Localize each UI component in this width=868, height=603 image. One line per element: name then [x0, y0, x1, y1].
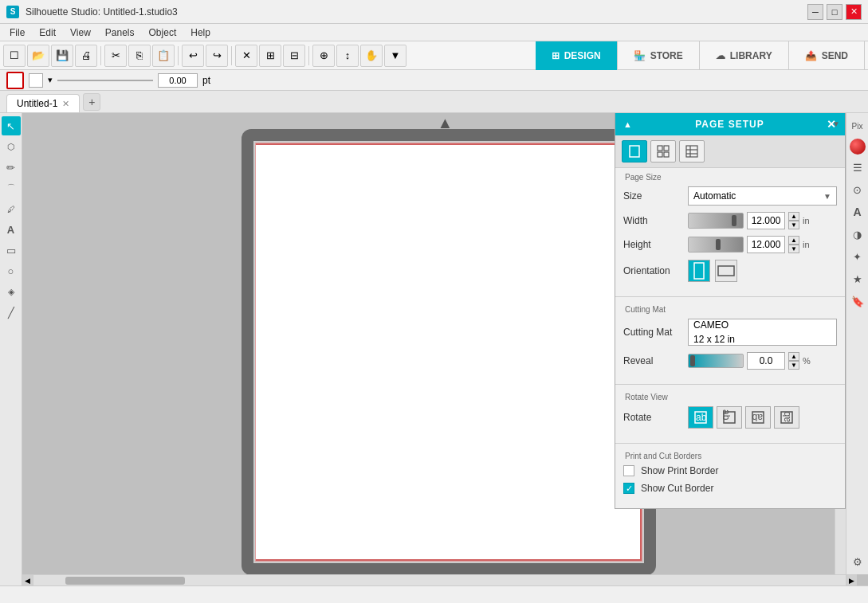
- nav-library[interactable]: ☁ LIBRARY: [700, 41, 789, 70]
- stroke-value-input[interactable]: 0.00: [158, 73, 198, 88]
- node-tool[interactable]: ⬡: [2, 137, 21, 156]
- print-button[interactable]: 🖨: [75, 45, 97, 67]
- add-tab-button[interactable]: +: [83, 93, 100, 111]
- minimize-button[interactable]: ─: [807, 4, 823, 20]
- new-button[interactable]: ☐: [3, 45, 26, 67]
- page-tab-advanced[interactable]: [679, 140, 705, 162]
- design-canvas[interactable]: [253, 141, 644, 563]
- bookmark-tool[interactable]: 🔖: [848, 292, 867, 311]
- paste-button[interactable]: 📋: [152, 45, 175, 67]
- landscape-button[interactable]: [715, 260, 737, 282]
- svg-rect-3: [658, 152, 662, 157]
- panel-collapse-icon[interactable]: ▲: [623, 119, 633, 129]
- effects-tool[interactable]: ★: [848, 269, 867, 288]
- pencil-tool[interactable]: 🖊: [2, 199, 21, 218]
- fill-swatch[interactable]: [29, 73, 43, 88]
- eraser-tool[interactable]: ◈: [2, 282, 21, 301]
- cutting-mat-dropdown[interactable]: CAMEO 12 x 12 in ▼: [688, 319, 837, 346]
- reveal-input[interactable]: 0.0: [747, 352, 785, 370]
- rotate-270-button[interactable]: ab: [774, 406, 799, 429]
- menu-edit[interactable]: Edit: [33, 25, 62, 40]
- stroke-tool[interactable]: ✦: [848, 247, 867, 266]
- delete-button[interactable]: ✕: [235, 45, 257, 67]
- fill-tool[interactable]: ◑: [848, 225, 867, 244]
- panels-tool[interactable]: ☰: [848, 158, 867, 177]
- size-dropdown[interactable]: Automatic ▼: [688, 186, 837, 206]
- show-print-border-label[interactable]: Show Print Border: [641, 465, 718, 476]
- app-icon: S: [6, 6, 19, 18]
- ellipse-tool[interactable]: ○: [2, 261, 21, 280]
- doc-tab-close[interactable]: ✕: [62, 99, 69, 109]
- width-input[interactable]: 12.000: [747, 212, 785, 229]
- rotate-180-button[interactable]: ab: [745, 406, 771, 429]
- nav-design[interactable]: ⊞ DESIGN: [536, 41, 618, 70]
- ungroup-button[interactable]: ⊟: [283, 45, 305, 67]
- show-cut-border-checkbox[interactable]: ✓: [623, 483, 634, 494]
- menu-view[interactable]: View: [64, 25, 97, 40]
- transform-button[interactable]: ⊕: [312, 45, 335, 67]
- rotate-0-button[interactable]: ab: [688, 406, 713, 429]
- rotate-90-button[interactable]: ab: [717, 406, 742, 429]
- stroke-color-btn[interactable]: [6, 72, 24, 89]
- pan-button[interactable]: ✋: [360, 45, 383, 67]
- height-slider[interactable]: [688, 237, 744, 253]
- menu-panels[interactable]: Panels: [99, 25, 141, 40]
- save-button[interactable]: 💾: [51, 45, 73, 67]
- page-tab-page[interactable]: [622, 140, 647, 162]
- title-bar: S Silhouette Studio: Untitled-1.studio3 …: [0, 0, 868, 24]
- status-bar: [0, 585, 868, 603]
- show-print-border-checkbox[interactable]: [623, 465, 634, 476]
- reveal-slider[interactable]: [688, 354, 744, 368]
- settings-tool[interactable]: ⚙: [848, 552, 867, 571]
- maximize-button[interactable]: □: [827, 4, 842, 20]
- h-scroll-left[interactable]: ◀: [22, 575, 33, 586]
- more-button[interactable]: ▼: [384, 45, 407, 67]
- height-input[interactable]: 12.000: [747, 236, 785, 253]
- draw-tool[interactable]: ✏: [2, 158, 21, 177]
- height-up[interactable]: ▲: [788, 236, 799, 245]
- color-tool[interactable]: [850, 139, 866, 155]
- doc-tab-untitled[interactable]: Untitled-1 ✕: [6, 94, 80, 112]
- menu-help[interactable]: Help: [184, 25, 217, 40]
- orientation-row: Orientation: [623, 260, 837, 282]
- window-controls[interactable]: ─ □ ✕: [807, 4, 862, 20]
- copy-button[interactable]: ⎘: [128, 45, 151, 67]
- nav-send[interactable]: 📤 SEND: [789, 41, 865, 70]
- show-cut-border-label[interactable]: Show Cut Border: [641, 483, 713, 494]
- portrait-button[interactable]: [688, 260, 710, 282]
- open-button[interactable]: 📂: [27, 45, 49, 67]
- height-down[interactable]: ▼: [788, 245, 799, 253]
- undo-button[interactable]: ↩: [182, 45, 204, 67]
- horizontal-scrollbar[interactable]: ◀ ▶: [22, 574, 857, 585]
- width-label: Width: [623, 215, 683, 226]
- select-tool[interactable]: ↖: [2, 116, 21, 135]
- line-tool[interactable]: ╱: [2, 303, 21, 322]
- move-button[interactable]: ↕: [336, 45, 359, 67]
- rectangle-tool[interactable]: ▭: [2, 241, 21, 260]
- h-scroll-thumb[interactable]: [65, 577, 185, 585]
- page-tab-grid[interactable]: [650, 140, 676, 162]
- title-bar-left: S Silhouette Studio: Untitled-1.studio3: [6, 6, 178, 18]
- h-scroll-right[interactable]: ▶: [846, 575, 857, 586]
- reveal-down[interactable]: ▼: [788, 361, 799, 370]
- text-tool[interactable]: A: [2, 220, 21, 239]
- redo-button[interactable]: ↪: [206, 45, 228, 67]
- width-down[interactable]: ▼: [788, 221, 799, 229]
- nav-store[interactable]: 🏪 STORE: [618, 41, 700, 70]
- pix-tool[interactable]: Pix: [848, 116, 867, 135]
- group-button[interactable]: ⊞: [259, 45, 281, 67]
- text-style-tool[interactable]: A: [848, 202, 867, 221]
- bezier-tool[interactable]: ⌒: [2, 178, 21, 198]
- reveal-up[interactable]: ▲: [788, 352, 799, 361]
- scroll-up-arrow[interactable]: ▲: [434, 113, 458, 133]
- zoom-tool[interactable]: ⊙: [848, 180, 867, 199]
- width-slider[interactable]: [688, 213, 744, 229]
- menu-object[interactable]: Object: [143, 25, 183, 40]
- cutting-mat-section: Cutting Mat Cutting Mat CAMEO 12 x 12 in…: [615, 300, 845, 381]
- cut-button[interactable]: ✂: [104, 45, 127, 67]
- menu-file[interactable]: File: [3, 25, 31, 40]
- canvas-area[interactable]: ▲ ◀ ▶ ▲ PAGE SETUP: [22, 113, 868, 585]
- height-unit: in: [803, 240, 810, 249]
- width-up[interactable]: ▲: [788, 212, 799, 221]
- close-button[interactable]: ✕: [846, 4, 862, 20]
